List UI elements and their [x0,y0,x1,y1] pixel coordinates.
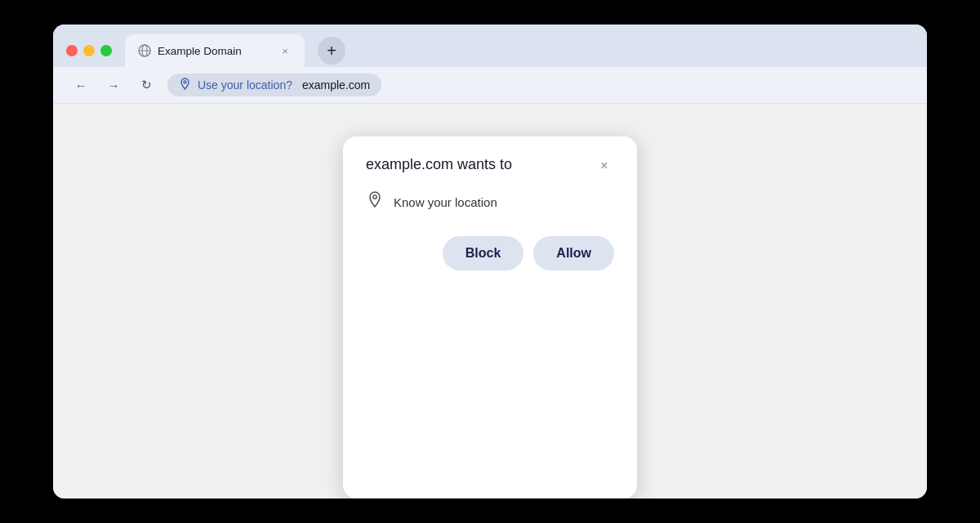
popup-header: example.com wants to × [366,156,614,176]
popup-permission-row: Know your location [366,190,614,213]
domain-text: example.com [302,78,370,92]
block-button[interactable]: Block [443,236,524,270]
forward-icon: → [108,78,120,92]
browser-tab[interactable]: Example Domain × [125,34,305,67]
back-icon: ← [75,78,87,92]
location-icon [366,190,384,213]
popup-title: example.com wants to [366,156,512,173]
maximize-button[interactable] [100,45,112,56]
back-button[interactable]: ← [69,74,92,96]
address-bar[interactable]: Use your location? example.com [167,74,381,96]
navigation-bar: ← → ↻ Use your location? example.com [53,67,927,104]
location-permission-icon [179,78,191,92]
forward-button[interactable]: → [102,74,125,96]
new-tab-button[interactable]: + [318,37,345,65]
globe-icon [138,44,151,57]
reload-button[interactable]: ↻ [135,74,158,96]
svg-point-4 [373,195,376,199]
traffic-lights [66,45,112,56]
browser-window: Example Domain × + ← → ↻ Use your locati… [53,25,927,498]
tab-close-button[interactable]: × [278,44,292,57]
minimize-button[interactable] [83,45,95,56]
tab-title: Example Domain [158,45,272,57]
popup-actions: Block Allow [366,236,614,270]
page-content: example.com wants to × Know your locatio… [53,104,927,498]
permission-prompt-text: Use your location? [198,78,292,92]
permission-popup: example.com wants to × Know your locatio… [343,136,637,498]
allow-button[interactable]: Allow [533,236,614,270]
title-bar: Example Domain × + [53,25,927,67]
close-button[interactable] [66,45,78,56]
reload-icon: ↻ [141,78,152,92]
svg-point-3 [184,81,186,83]
popup-close-button[interactable]: × [595,156,614,176]
permission-label: Know your location [394,195,497,209]
